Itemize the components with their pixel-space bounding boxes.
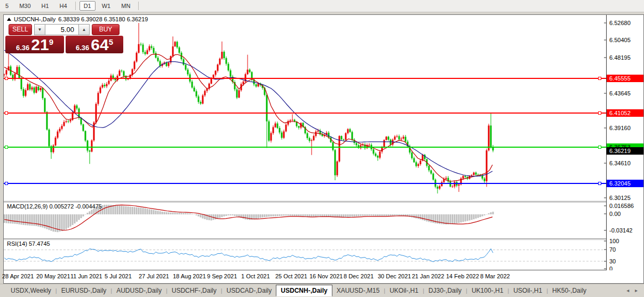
- tab-scroll-arrows[interactable]: ◂ ▸: [626, 287, 640, 293]
- tab-usoil-[interactable]: USOil-,H1: [509, 285, 546, 296]
- date-axis-label: 30 Dec 2021: [378, 273, 411, 279]
- date-axis-label: 8 Dec 2021: [344, 273, 373, 279]
- tab-dj30-[interactable]: DJ30-,Daily: [424, 285, 466, 296]
- volume-input[interactable]: [45, 24, 78, 35]
- rsi-axis-label: 30: [609, 258, 616, 265]
- price-level-badge: 6.45555: [607, 75, 643, 82]
- sell-price-big: 21: [31, 36, 49, 53]
- timeframe-button-w1[interactable]: W1: [98, 1, 115, 11]
- timeframe-button-d1[interactable]: D1: [79, 1, 96, 11]
- tab-eurusd-[interactable]: EURUSD-,Daily: [57, 285, 111, 296]
- date-axis-label: 20 May 2021: [36, 273, 70, 279]
- timeframe-button-h4[interactable]: H4: [55, 1, 71, 11]
- tab-xauusd-[interactable]: XAUUSD-,M15: [332, 285, 384, 296]
- symbol-marker-icon: [7, 18, 11, 21]
- sell-price-prefix: 6.36: [16, 44, 29, 53]
- date-axis-label: 28 Apr 2021: [2, 273, 34, 279]
- price-axis-label: 6.30125: [609, 194, 631, 202]
- macd-indicator-label: MACD(12,26,9) 0.005272 -0.004475: [7, 203, 102, 210]
- chart-symbol-label: USDCNH-,Daily: [14, 16, 55, 22]
- trading-platform-screen: 5M30H1H4D1W1MN USDCNH-,Daily 6.38339 6.3…: [0, 0, 644, 297]
- date-axis-label: 18 Aug 2021: [173, 273, 206, 279]
- price-level-badge: 6.41052: [607, 109, 643, 117]
- date-axis: 28 Apr 202120 May 202111 Jun 20215 Jul 2…: [4, 270, 643, 283]
- timeframe-button-m30[interactable]: M30: [15, 1, 35, 11]
- tab-ukoil-[interactable]: UKOil-,H1: [385, 285, 423, 296]
- volume-stepper: ▼ ▲: [34, 24, 90, 35]
- level-line-handle[interactable]: [599, 182, 601, 185]
- current-price-badge: 6.36219: [607, 147, 643, 155]
- timeframe-toolbar: 5M30H1H4D1W1MN: [0, 0, 644, 12]
- toolbar-separator: [75, 2, 76, 10]
- buy-price-pip: 5: [109, 37, 113, 53]
- level-line-handle[interactable]: [599, 77, 601, 80]
- price-axis-label: 6.52680: [609, 19, 631, 27]
- candlestick-chart[interactable]: [4, 15, 607, 283]
- date-axis-label: 1 Oct 2021: [241, 273, 270, 279]
- level-line-handle[interactable]: [5, 146, 8, 149]
- sell-button[interactable]: SELL: [9, 24, 32, 35]
- one-click-trade-panel: SELL ▼ ▲ BUY 6.36 21 9 6.36 64 5: [5, 23, 124, 53]
- chart-title: USDCNH-,Daily 6.38339 6.39028 6.35180 6.…: [7, 16, 148, 22]
- date-axis-label: 27 Jul 2021: [139, 273, 169, 279]
- tab-usdcnh-[interactable]: USDCNH-,Daily: [276, 285, 332, 296]
- chart-window: USDCNH-,Daily 6.38339 6.39028 6.35180 6.…: [3, 14, 644, 284]
- rsi-pane-separator-inner: [4, 239, 643, 240]
- timeframe-button-mn[interactable]: MN: [117, 1, 134, 11]
- buy-button[interactable]: BUY: [92, 24, 120, 35]
- tab-hk50-[interactable]: HK50-,Daily: [548, 285, 591, 296]
- symbol-tabbar: USDX,Weekly|EURUSD-,Daily|AUDUSD-,Daily|…: [0, 284, 644, 296]
- sell-quote-panel[interactable]: 6.36 21 9: [5, 36, 64, 53]
- rsi-indicator-label: RSI(14) 57.4745: [7, 240, 50, 247]
- date-axis-label: 25 Oct 2021: [275, 273, 307, 279]
- date-axis-label: 14 Feb 2022: [446, 273, 479, 279]
- tab-usdchf-[interactable]: USDCHF-,Daily: [168, 285, 221, 296]
- price-axis-label: 6.50405: [609, 36, 631, 44]
- tab-usdx[interactable]: USDX,Weekly: [6, 285, 55, 296]
- volume-increase-icon[interactable]: ▲: [78, 24, 90, 35]
- price-level-badge: 6.32045: [607, 180, 643, 187]
- tab-uk100-[interactable]: UK100-,H1: [467, 285, 507, 296]
- date-axis-label: 5 Jul 2021: [105, 273, 132, 279]
- level-line-handle[interactable]: [5, 77, 8, 80]
- date-axis-label: 21 Jan 2022: [412, 273, 444, 279]
- level-line-handle[interactable]: [5, 112, 8, 115]
- level-line-handle[interactable]: [599, 146, 601, 149]
- macd-axis-label: -0.03142: [609, 227, 632, 234]
- timeframe-button-5[interactable]: 5: [1, 1, 13, 11]
- rsi-axis-label: 100: [609, 237, 619, 245]
- buy-quote-panel[interactable]: 6.36 64 5: [66, 36, 123, 53]
- buy-price-big: 64: [91, 36, 108, 53]
- timeframe-button-h1[interactable]: H1: [37, 1, 53, 11]
- price-axis-label: 6.34610: [609, 159, 631, 167]
- date-axis-label: 8 Mar 2022: [480, 273, 510, 279]
- tab-audusd-[interactable]: AUDUSD-,Daily: [112, 285, 166, 296]
- chart-ohlc-values: 6.38339 6.39028 6.35180 6.36219: [58, 16, 148, 22]
- level-line-handle[interactable]: [599, 112, 601, 115]
- rsi-axis-label: 70: [609, 246, 616, 253]
- price-axis-label: 6.43645: [609, 90, 631, 97]
- level-line-handle[interactable]: [5, 182, 8, 185]
- date-axis-label: 16 Nov 2021: [309, 273, 343, 279]
- macd-axis-label: 0.016586: [609, 202, 634, 210]
- price-axis: 6.526806.504056.481956.436456.391606.346…: [607, 15, 643, 270]
- date-axis-label: 9 Sep 2021: [207, 273, 237, 279]
- price-axis-label: 6.48195: [609, 54, 631, 61]
- date-axis-label: 11 Jun 2021: [70, 273, 102, 279]
- macd-axis-label: 0.00: [609, 210, 621, 218]
- volume-decrease-icon[interactable]: ▼: [34, 24, 45, 35]
- sell-price-pip: 9: [49, 37, 53, 53]
- macd-pane-separator[interactable]: [4, 201, 643, 202]
- macd-pane-separator-inner: [4, 202, 643, 203]
- tab-usdcad-[interactable]: USDCAD-,Daily: [222, 285, 276, 296]
- price-axis-label: 6.39160: [609, 124, 631, 132]
- toolbar-separator: [138, 2, 139, 10]
- rsi-pane-separator[interactable]: [4, 238, 643, 239]
- buy-price-prefix: 6.36: [76, 44, 89, 53]
